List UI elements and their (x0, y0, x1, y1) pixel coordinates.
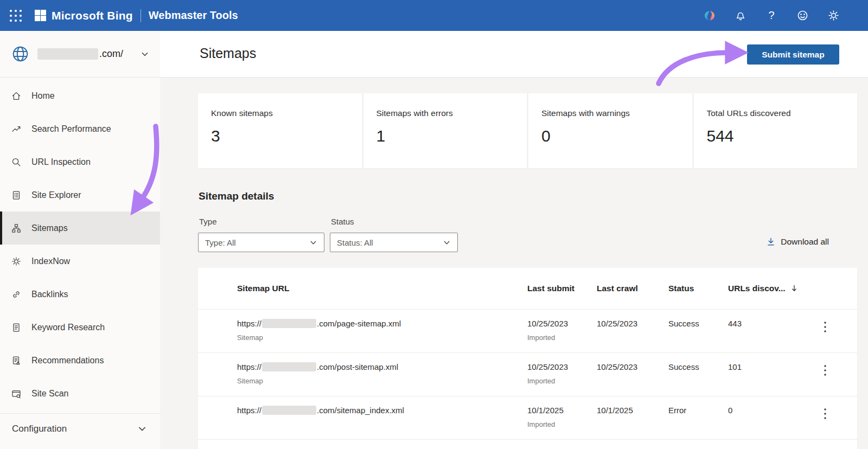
type-filter-select[interactable]: Type: All (198, 233, 324, 252)
last-crawl-date: 10/25/2023 (597, 310, 668, 352)
top-app-bar: Microsoft Bing Webmaster Tools (0, 0, 868, 31)
table-row[interactable]: https://.com/page-sitemap.xml Sitemap 10… (198, 309, 857, 352)
sitemaps-table: Sitemap URL Last submit Last crawl Statu… (198, 268, 857, 449)
sidebar-nav: Home Search Performance URL Inspection S… (0, 79, 160, 410)
redacted-site-name (37, 48, 98, 60)
stats-cards: Known sitemaps 3 Sitemaps with errors 1 … (198, 93, 857, 168)
row-menu-kebab-icon[interactable] (804, 310, 857, 352)
status-filter-label: Status (331, 217, 354, 226)
redacted-domain (262, 319, 316, 328)
chevron-down-icon (443, 239, 451, 247)
chevron-down-icon (309, 239, 317, 247)
sidebar-item-site-scan[interactable]: Site Scan (0, 377, 160, 410)
notifications-bell-icon[interactable] (734, 9, 747, 22)
indexnow-gear-icon (11, 256, 22, 267)
sitemap-url: https://.com/post-sitemap.xml (237, 362, 527, 371)
col-last-submit[interactable]: Last submit (527, 284, 597, 293)
chevron-down-icon (141, 50, 149, 59)
sidebar-item-keyword-research[interactable]: Keyword Research (0, 311, 160, 344)
col-urls-discovered[interactable]: URLs discov... (728, 284, 804, 293)
sitemap-type: Sitemap (237, 377, 527, 385)
sidebar-item-recommendations[interactable]: Recommendations (0, 344, 160, 377)
sidebar-item-search-performance[interactable]: Search Performance (0, 112, 160, 145)
urls-discovered-count: 0 (728, 396, 804, 439)
site-selector[interactable]: .com/ (0, 31, 160, 78)
urls-discovered-count: 443 (728, 310, 804, 352)
sitemap-url: https://.com/sitemap_index.xml (237, 406, 527, 415)
status-filter-select[interactable]: Status: All (330, 233, 458, 252)
feedback-smiley-icon[interactable] (796, 9, 809, 22)
settings-gear-icon[interactable] (827, 9, 840, 22)
col-status[interactable]: Status (668, 284, 728, 293)
page-title: Sitemaps (200, 46, 256, 61)
redacted-domain (262, 406, 316, 415)
submit-note: Imported (527, 377, 597, 385)
brand-title[interactable]: Microsoft Bing (52, 9, 133, 22)
apps-waffle-icon[interactable] (9, 9, 23, 23)
stat-sitemaps-with-errors: Sitemaps with errors 1 (363, 93, 527, 168)
microsoft-logo-icon (35, 10, 46, 21)
status-badge: Success (668, 310, 728, 352)
urls-discovered-count: 101 (728, 353, 804, 396)
table-partial-row (198, 439, 857, 449)
download-icon (766, 237, 776, 247)
last-crawl-date: 10/25/2023 (597, 353, 668, 396)
sidebar-item-site-explorer[interactable]: Site Explorer (0, 178, 160, 211)
sitemap-details-heading: Sitemap details (199, 190, 274, 202)
stat-sitemaps-with-warnings: Sitemaps with warnings 0 (528, 93, 692, 168)
sidebar-bottom-divider: Configuration (0, 413, 160, 444)
sidebar-item-sitemaps[interactable]: Sitemaps (0, 211, 160, 245)
redacted-domain (262, 362, 316, 371)
last-submit-date: 10/1/2025 (527, 406, 597, 415)
last-submit-date: 10/25/2023 (527, 319, 597, 328)
recommendations-icon (11, 355, 22, 366)
home-icon (11, 91, 22, 101)
help-icon[interactable]: ? (765, 9, 778, 22)
sidebar-item-url-inspection[interactable]: URL Inspection (0, 145, 160, 178)
submit-note: Imported (527, 333, 597, 342)
topbar-divider (141, 9, 141, 22)
status-badge: Success (668, 353, 728, 396)
submit-sitemap-button[interactable]: Submit sitemap (747, 44, 839, 65)
trending-up-icon (11, 124, 22, 134)
search-icon (11, 157, 22, 168)
chevron-down-icon (137, 424, 147, 434)
download-all-button[interactable]: Download all (766, 237, 829, 247)
table-row[interactable]: https://.com/post-sitemap.xml Sitemap 10… (198, 352, 857, 396)
sidebar-item-configuration[interactable]: Configuration (0, 414, 160, 444)
status-badge: Error (668, 396, 728, 439)
row-menu-kebab-icon[interactable] (804, 353, 857, 396)
site-scan-icon (11, 388, 22, 399)
sidebar-item-home[interactable]: Home (0, 79, 160, 112)
keyword-research-icon (11, 322, 22, 333)
stat-known-sitemaps: Known sitemaps 3 (198, 93, 362, 168)
product-title: Webmaster Tools (149, 9, 238, 22)
last-submit-date: 10/25/2023 (527, 362, 597, 371)
globe-icon (11, 44, 30, 63)
col-last-crawl[interactable]: Last crawl (597, 284, 668, 293)
stat-total-urls-discovered: Total URLs discovered 544 (694, 93, 858, 168)
site-name: .com/ (37, 48, 123, 60)
sidebar: .com/ Home Search Performance URL Inspec… (0, 31, 160, 449)
table-row[interactable]: https://.com/sitemap_index.xml 10/1/2025… (198, 396, 857, 439)
last-crawl-date: 10/1/2025 (597, 396, 668, 439)
site-explorer-icon (11, 190, 22, 201)
type-filter-label: Type (199, 217, 217, 226)
page-header: Sitemaps Submit sitemap (160, 31, 868, 78)
sitemap-icon (11, 223, 22, 234)
sidebar-item-backlinks[interactable]: Backlinks (0, 278, 160, 311)
sort-descending-icon (790, 284, 799, 293)
col-sitemap-url[interactable]: Sitemap URL (237, 284, 527, 293)
copilot-icon[interactable] (703, 9, 716, 22)
submit-note: Imported (527, 420, 597, 428)
backlinks-icon (11, 289, 22, 300)
row-menu-kebab-icon[interactable] (804, 396, 857, 439)
sitemap-url: https://.com/page-sitemap.xml (237, 319, 527, 328)
table-header-row: Sitemap URL Last submit Last crawl Statu… (198, 268, 857, 309)
sidebar-item-indexnow[interactable]: IndexNow (0, 245, 160, 278)
sitemap-type: Sitemap (237, 333, 527, 342)
